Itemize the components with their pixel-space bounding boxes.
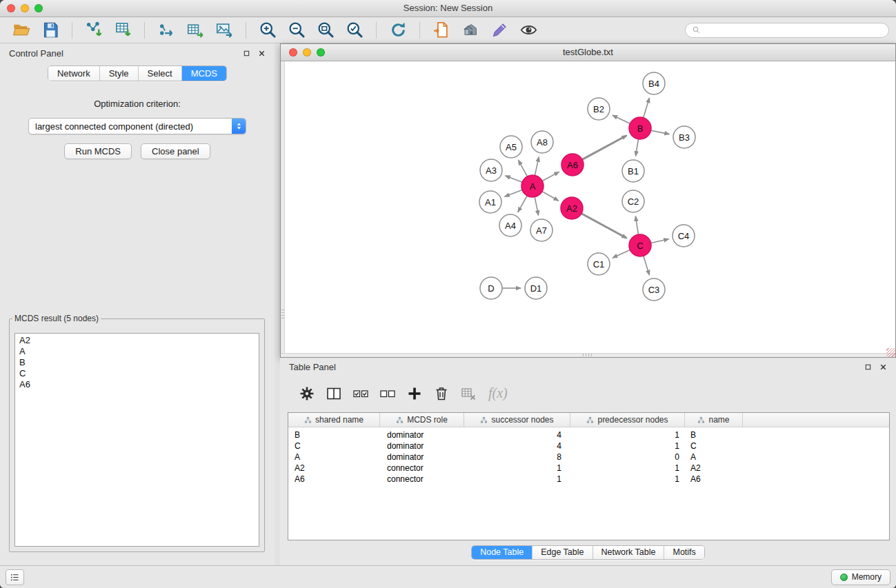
result-item[interactable]: A <box>15 346 259 357</box>
graph-node-B2[interactable]: B2 <box>588 98 610 120</box>
result-item[interactable]: C <box>15 368 259 379</box>
zoom-selected-icon[interactable] <box>344 20 366 41</box>
graph-edge-B-B4[interactable] <box>644 98 650 118</box>
split-columns-icon[interactable] <box>323 383 344 404</box>
status-menu-button[interactable] <box>6 569 24 585</box>
graph-node-C1[interactable]: C1 <box>588 253 610 275</box>
table-row[interactable]: A2connector11A2 <box>288 463 889 474</box>
graph-node-A4[interactable]: A4 <box>499 214 521 236</box>
graph-node-B1[interactable]: B1 <box>622 160 644 182</box>
optimization-criterion-select[interactable]: largest connected component (directed) <box>28 118 246 134</box>
open-folder-icon[interactable] <box>10 20 32 41</box>
graph-node-A5[interactable]: A5 <box>500 136 522 158</box>
table-row[interactable]: A6connector11A6 <box>288 474 889 485</box>
graph-node-A8[interactable]: A8 <box>531 131 553 153</box>
close-panel-button[interactable]: Close panel <box>141 143 210 159</box>
annotations-icon[interactable] <box>488 20 510 41</box>
control-panel-float-icon[interactable] <box>243 50 250 57</box>
tab-style[interactable]: Style <box>100 66 139 81</box>
add-column-icon[interactable] <box>404 383 425 404</box>
graph-node-A2[interactable]: A2 <box>561 197 583 219</box>
search-box[interactable] <box>685 23 889 38</box>
tab-mcds[interactable]: MCDS <box>182 66 226 81</box>
resize-grip-bottom[interactable] <box>583 354 594 356</box>
home-icon[interactable] <box>459 20 481 41</box>
graph-edge-A-A5[interactable] <box>519 160 528 176</box>
search-input[interactable] <box>704 24 884 37</box>
table-panel-close-icon[interactable] <box>879 363 887 371</box>
export-table-icon[interactable] <box>184 20 206 41</box>
resize-grip-left[interactable] <box>281 310 284 321</box>
settings-gear-icon[interactable] <box>297 383 317 404</box>
graph-edge-C-C2[interactable] <box>635 216 638 235</box>
graph-edge-A-A3[interactable] <box>506 176 523 182</box>
graph-edge-C-C3[interactable] <box>644 256 650 275</box>
table-row[interactable]: Bdominator41B <box>288 429 889 440</box>
graph-edge-A-A1[interactable] <box>505 190 522 197</box>
column-header-successor-nodes[interactable]: successor nodes <box>464 413 570 427</box>
graph-edge-B-B3[interactable] <box>651 130 670 134</box>
graph-edge-A-A7[interactable] <box>535 197 538 216</box>
control-panel-close-icon[interactable] <box>258 50 266 57</box>
window-close-button[interactable] <box>7 4 15 12</box>
graph-edge-A2-C[interactable] <box>581 214 627 239</box>
refresh-icon[interactable] <box>387 20 409 41</box>
deselect-all-checks-icon[interactable] <box>377 383 398 404</box>
window-minimize-button[interactable] <box>21 4 29 12</box>
select-all-checks-icon[interactable] <box>350 383 371 404</box>
result-item[interactable]: B <box>15 357 259 368</box>
export-network-icon[interactable] <box>155 20 177 41</box>
tab-network[interactable]: Network <box>48 66 100 81</box>
graph-node-A[interactable]: A <box>521 175 544 197</box>
graph-edge-B-B2[interactable] <box>613 115 630 123</box>
open-document-icon[interactable] <box>430 20 452 41</box>
graph-edge-C-C1[interactable] <box>613 250 630 258</box>
tab-node-table[interactable]: Node Table <box>472 546 532 559</box>
network-graph[interactable]: B4B2BB3A5A8A6B1A3AC2A1A2A4A7C4CC1C3DD1 <box>281 61 895 357</box>
graph-edge-A-A4[interactable] <box>518 196 527 212</box>
table-row[interactable]: Cdominator41C <box>288 440 889 452</box>
graph-node-C2[interactable]: C2 <box>622 190 644 212</box>
column-header-shared-name[interactable]: shared name <box>288 413 380 427</box>
graph-edge-A-A8[interactable] <box>535 157 539 176</box>
table-panel-float-icon[interactable] <box>864 363 872 371</box>
window-zoom-button[interactable] <box>34 4 43 12</box>
result-item[interactable]: A2 <box>15 335 259 346</box>
graph-edge-B-B1[interactable] <box>636 139 639 156</box>
graph-node-A3[interactable]: A3 <box>480 159 502 181</box>
tab-network-table[interactable]: Network Table <box>593 546 665 559</box>
column-header-name[interactable]: name <box>685 413 743 427</box>
graph-node-D1[interactable]: D1 <box>525 277 547 299</box>
show-details-eye-icon[interactable] <box>517 20 539 41</box>
vertical-split-divider[interactable] <box>275 44 280 565</box>
network-canvas[interactable]: B4B2BB3A5A8A6B1A3AC2A1A2A4A7C4CC1C3DD1 <box>281 61 895 357</box>
graph-edge-C-C4[interactable] <box>651 239 669 243</box>
graph-node-A7[interactable]: A7 <box>530 219 552 241</box>
graph-node-D[interactable]: D <box>480 277 502 299</box>
run-mcds-button[interactable]: Run MCDS <box>64 143 132 159</box>
delete-column-icon[interactable] <box>431 383 452 404</box>
graph-node-C4[interactable]: C4 <box>673 225 695 247</box>
graph-node-C[interactable]: C <box>629 234 651 256</box>
zoom-in-icon[interactable] <box>257 20 279 41</box>
column-header-predecessor-nodes[interactable]: predecessor nodes <box>570 413 685 427</box>
table-row[interactable]: Adominator80A <box>288 452 889 463</box>
result-item[interactable]: A6 <box>15 379 259 390</box>
import-network-icon[interactable] <box>83 20 105 41</box>
graph-node-A6[interactable]: A6 <box>561 154 584 176</box>
graph-edge-A-A6[interactable] <box>542 172 559 181</box>
graph-node-B4[interactable]: B4 <box>643 72 665 94</box>
graph-node-B[interactable]: B <box>629 117 651 139</box>
save-icon[interactable] <box>39 20 61 41</box>
network-window-titlebar[interactable]: testGlobe.txt <box>281 44 895 61</box>
memory-button[interactable]: Memory <box>831 569 890 585</box>
graph-node-A1[interactable]: A1 <box>479 191 501 213</box>
resize-corner[interactable] <box>886 348 895 357</box>
network-window-close-button[interactable] <box>289 48 297 57</box>
graph-edge-A6-B[interactable] <box>582 136 627 160</box>
tab-motifs[interactable]: Motifs <box>664 546 704 559</box>
network-window-minimize-button[interactable] <box>303 48 311 57</box>
tab-select[interactable]: Select <box>139 66 182 81</box>
mcds-result-list[interactable]: A2ABCA6 <box>14 333 259 547</box>
graph-edge-A-A2[interactable] <box>542 192 559 201</box>
